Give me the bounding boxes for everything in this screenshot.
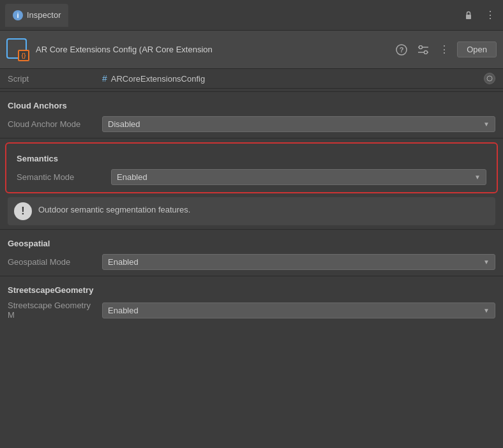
divider-4 xyxy=(0,276,503,276)
lock-button[interactable] xyxy=(461,9,476,22)
component-actions: ? ⋮ Open xyxy=(393,41,497,57)
geospatial-header: Geospatial xyxy=(0,232,503,251)
script-row-right xyxy=(484,73,495,84)
svg-rect-0 xyxy=(466,15,471,19)
component-header: {} AR Core Extensions Config (AR Core Ex… xyxy=(0,31,503,69)
warning-text: Outdoor semantic segmentation features. xyxy=(38,202,190,214)
divider-2 xyxy=(0,138,503,138)
cloud-anchor-mode-label: Cloud Anchor Mode xyxy=(8,119,97,129)
streetscape-mode-value: Enabled xyxy=(108,306,139,315)
semantics-section: Semantics Semantic Mode Enabled ▼ xyxy=(5,142,498,193)
cloud-anchor-mode-row: Cloud Anchor Mode Disabled ▼ xyxy=(0,113,503,135)
cloud-anchor-mode-dropdown[interactable]: Disabled ▼ xyxy=(102,116,495,132)
warning-box: ! Outdoor semantic segmentation features… xyxy=(8,197,495,225)
streetscape-section: StreetscapeGeometry Streetscape Geometry… xyxy=(0,279,503,323)
tab-label: Inspector xyxy=(27,10,61,20)
geospatial-section: Geospatial Geospatial Mode Enabled ▼ xyxy=(0,232,503,273)
script-circle-button[interactable] xyxy=(484,73,495,84)
semantic-mode-row: Semantic Mode Enabled ▼ xyxy=(9,166,494,188)
streetscape-mode-label: Streetscape Geometry M xyxy=(8,301,97,320)
cloud-anchors-header: Cloud Anchors xyxy=(0,94,503,113)
properties-area: Script # ARCoreExtensionsConfig Cloud An… xyxy=(0,69,503,448)
more-options-button[interactable]: ⋮ xyxy=(483,8,498,22)
streetscape-dropdown-arrow: ▼ xyxy=(483,307,490,314)
tab-bar-actions: ⋮ xyxy=(461,8,498,22)
script-icon: # xyxy=(102,73,107,84)
geospatial-mode-dropdown[interactable]: Enabled ▼ xyxy=(102,254,495,270)
semantic-dropdown-arrow: ▼ xyxy=(474,174,481,181)
script-value: # ARCoreExtensionsConfig xyxy=(102,73,205,84)
cloud-anchor-mode-value: Disabled xyxy=(108,119,140,129)
script-label: Script xyxy=(8,74,97,84)
geospatial-mode-label: Geospatial Mode xyxy=(8,257,97,267)
semantic-mode-label: Semantic Mode xyxy=(17,172,106,182)
svg-point-7 xyxy=(487,76,492,81)
svg-text:?: ? xyxy=(400,46,404,54)
inspector-tab[interactable]: i Inspector xyxy=(5,4,68,27)
component-icon: {} xyxy=(6,38,29,61)
semantics-header: Semantics xyxy=(9,147,494,166)
settings-button[interactable] xyxy=(415,44,432,56)
svg-point-5 xyxy=(419,45,423,49)
info-icon: i xyxy=(13,10,23,20)
warning-icon: ! xyxy=(14,202,32,220)
geospatial-mode-row: Geospatial Mode Enabled ▼ xyxy=(0,251,503,273)
tab-bar: i Inspector ⋮ xyxy=(0,0,503,31)
divider-3 xyxy=(0,229,503,230)
inspector-panel: i Inspector ⋮ {} AR Core Extensions Conf… xyxy=(0,0,503,448)
component-more-button[interactable]: ⋮ xyxy=(437,42,452,57)
geospatial-mode-value: Enabled xyxy=(108,257,139,267)
help-button[interactable]: ? xyxy=(393,43,410,57)
semantic-mode-dropdown[interactable]: Enabled ▼ xyxy=(111,169,486,185)
geospatial-dropdown-arrow: ▼ xyxy=(483,258,490,265)
semantic-mode-value: Enabled xyxy=(117,172,147,182)
cloud-anchors-section: Cloud Anchors Cloud Anchor Mode Disabled… xyxy=(0,94,503,135)
script-name: ARCoreExtensionsConfig xyxy=(111,74,205,84)
script-row: Script # ARCoreExtensionsConfig xyxy=(0,69,503,89)
streetscape-header: StreetscapeGeometry xyxy=(0,279,503,297)
svg-point-6 xyxy=(424,50,428,54)
cloud-anchor-dropdown-arrow: ▼ xyxy=(483,121,490,128)
open-button[interactable]: Open xyxy=(457,41,497,57)
cube-inner-icon: {} xyxy=(18,50,29,61)
streetscape-mode-row: Streetscape Geometry M Enabled ▼ xyxy=(0,297,503,323)
streetscape-mode-dropdown[interactable]: Enabled ▼ xyxy=(102,302,495,318)
divider-1 xyxy=(0,91,503,92)
component-title: AR Core Extensions Config (AR Core Exten… xyxy=(36,45,387,54)
